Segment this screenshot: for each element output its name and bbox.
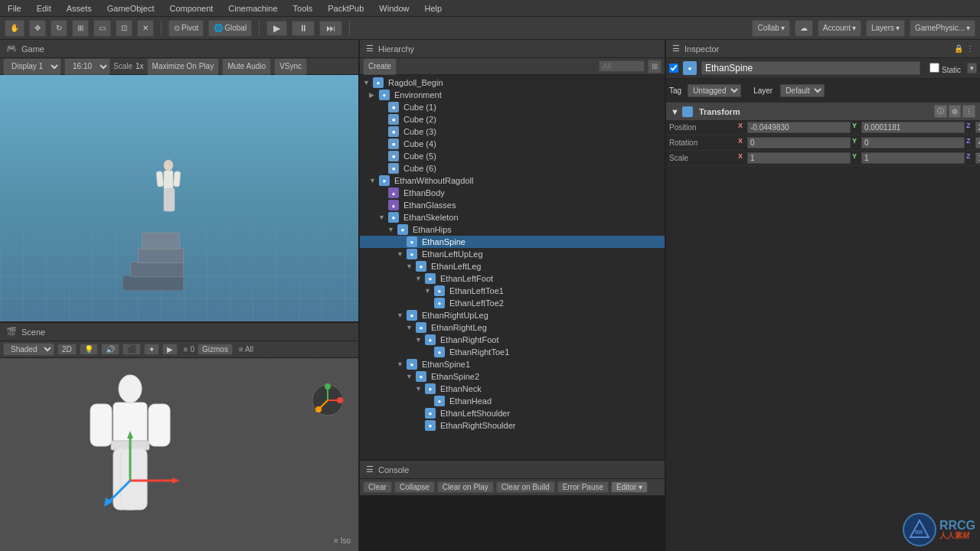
pivot-btn[interactable]: ⊙ Pivot <box>168 20 204 37</box>
menu-cinemachine[interactable]: Cinemachine <box>225 2 280 15</box>
tag-select[interactable]: Untagged <box>688 84 741 97</box>
menu-component[interactable]: Component <box>166 2 216 15</box>
tree-ethanlefttoe1[interactable]: ▼ ● EthanLeftToe1 <box>360 285 665 297</box>
rot-y-input[interactable] <box>861 137 965 148</box>
static-dropdown-btn[interactable]: ▾ <box>967 63 977 73</box>
play-btn[interactable]: ▶ <box>266 21 287 36</box>
collab-btn[interactable]: Collab▾ <box>752 20 789 37</box>
clear-btn[interactable]: Clear <box>363 481 392 493</box>
tree-environment[interactable]: ▶ ● Environment <box>360 89 665 101</box>
console-content[interactable] <box>360 496 665 551</box>
console-tab[interactable]: ☰ Console <box>360 461 665 479</box>
hand-tool-btn[interactable]: ✋ <box>5 20 24 37</box>
inspector-menu-btn[interactable]: ⋮ <box>966 44 974 53</box>
hierarchy-search[interactable] <box>599 60 645 72</box>
cloud-btn[interactable]: ☁ <box>795 20 813 37</box>
tree-ethanlefttoe2[interactable]: ● EthanLeftToe2 <box>360 297 665 309</box>
tree-cube5[interactable]: ■ Cube (5) <box>360 150 665 162</box>
obj-enabled-checkbox[interactable] <box>669 64 678 73</box>
menu-tools[interactable]: Tools <box>290 2 316 15</box>
error-pause-btn[interactable]: Error Pause <box>557 481 609 493</box>
mute-btn[interactable]: Mute Audio <box>222 58 271 75</box>
editor-btn[interactable]: Editor ▾ <box>611 481 648 493</box>
hierarchy-tab[interactable]: ☰ Hierarchy <box>360 40 665 58</box>
tree-cube1[interactable]: ■ Cube (1) <box>360 101 665 113</box>
rotate-tool-btn[interactable]: ↻ <box>51 20 67 37</box>
tree-ethanhips[interactable]: ▼ ● EthanHips <box>360 223 665 236</box>
tree-ethanskeleton[interactable]: ▼ ● EthanSkeleton <box>360 211 665 223</box>
rect-tool-btn[interactable]: ▭ <box>93 20 111 37</box>
2d-btn[interactable]: 2D <box>57 344 77 355</box>
transform-tool-btn[interactable]: ⊡ <box>116 20 132 37</box>
custom-tool-btn[interactable]: ✕ <box>137 20 154 37</box>
clear-play-btn[interactable]: Clear on Play <box>437 481 494 493</box>
tree-ethanglasses[interactable]: ▲ EthanGlasses <box>360 199 665 211</box>
obj-name-input[interactable] <box>701 61 920 75</box>
tree-ethanneck[interactable]: ▼ ● EthanNeck <box>360 383 665 395</box>
tree-ethanrightleg[interactable]: ▼ ● EthanRightLeg <box>360 321 665 334</box>
vsync-btn[interactable]: VSync <box>274 58 307 75</box>
tree-ethanrightfoot[interactable]: ▼ ● EthanRightFoot <box>360 334 665 346</box>
transform-info-btn[interactable]: ⓘ <box>934 105 947 118</box>
account-btn[interactable]: Account▾ <box>818 20 861 37</box>
layout-btn[interactable]: GamePhysic...▾ <box>910 20 975 37</box>
layer-select[interactable]: Default <box>780 84 825 97</box>
tree-cube6[interactable]: ■ Cube (6) <box>360 162 665 174</box>
pos-x-input[interactable] <box>747 122 851 133</box>
scale-x-input[interactable] <box>747 152 851 164</box>
maximize-btn[interactable]: Maximize On Play <box>147 58 220 75</box>
tree-ethanleftleg[interactable]: ▼ ● EthanLeftLeg <box>360 260 665 272</box>
game-tab[interactable]: 🎮 Game <box>0 40 358 58</box>
inspector-tab[interactable]: ☰ Inspector 🔒 ⋮ <box>666 40 980 58</box>
tree-ethanhead[interactable]: ● EthanHead <box>360 395 665 407</box>
tree-cube2[interactable]: ■ Cube (2) <box>360 113 665 126</box>
pos-y-input[interactable] <box>861 122 965 133</box>
tree-ethanrightupleg[interactable]: ▼ ● EthanRightUpLeg <box>360 309 665 321</box>
aspect-select[interactable]: 16:10 <box>64 58 110 75</box>
transform-header[interactable]: ▼ Transform ⓘ ⚙ ⋮ <box>666 103 980 120</box>
pause-btn[interactable]: ⏸ <box>292 21 315 36</box>
menu-window[interactable]: Window <box>376 2 412 15</box>
menu-file[interactable]: File <box>5 2 24 15</box>
scale-z-input[interactable] <box>975 152 980 164</box>
inspector-lock-btn[interactable]: 🔒 <box>954 44 963 53</box>
pos-z-input[interactable] <box>975 122 980 133</box>
menu-edit[interactable]: Edit <box>34 2 54 15</box>
move-tool-btn[interactable]: ✥ <box>29 20 46 37</box>
menu-packpub[interactable]: PacktPub <box>325 2 367 15</box>
skybox-btn[interactable]: ⬛ <box>122 344 141 355</box>
scale-y-input[interactable] <box>861 152 965 164</box>
gizmos-btn[interactable]: Gizmos <box>198 344 233 355</box>
scene-tab[interactable]: 🎬 Scene <box>0 323 358 341</box>
display-select[interactable]: Display 1 <box>3 58 61 75</box>
collapse-btn[interactable]: Collapse <box>394 481 435 493</box>
rot-x-input[interactable] <box>747 137 851 148</box>
tree-ethanspine2[interactable]: ▼ ● EthanSpine2 <box>360 370 665 383</box>
global-btn[interactable]: 🌐 Global <box>208 20 252 37</box>
tree-ethanbody[interactable]: ▲ EthanBody <box>360 187 665 199</box>
tree-cube4[interactable]: ■ Cube (4) <box>360 138 665 150</box>
tree-ethanwithout[interactable]: ▼ ● EthanWithoutRagdoll <box>360 174 665 187</box>
create-btn[interactable]: Create <box>363 58 397 75</box>
hierarchy-filter-btn[interactable]: ⊞ <box>648 60 662 73</box>
tree-ethanleftshoulder[interactable]: ● EthanLeftShoulder <box>360 407 665 419</box>
menu-help[interactable]: Help <box>421 2 445 15</box>
tree-ethanleftupleg[interactable]: ▼ ● EthanLeftUpLeg <box>360 248 665 260</box>
tree-cube3[interactable]: ■ Cube (3) <box>360 126 665 138</box>
lights-btn[interactable]: 💡 <box>80 344 98 355</box>
scale-tool-btn[interactable]: ⊞ <box>72 20 89 37</box>
scene-canvas[interactable]: ≡ Iso <box>0 358 358 551</box>
static-checkbox[interactable] <box>929 63 939 73</box>
clear-build-btn[interactable]: Clear on Build <box>496 481 555 493</box>
fx-btn[interactable]: ✦ <box>144 344 159 355</box>
anim-btn[interactable]: ▶ <box>162 344 178 355</box>
tree-ragdoll-begin[interactable]: ▼ ● Ragdoll_Begin <box>360 77 665 89</box>
tree-ethanrighttoe1[interactable]: ● EthanRightToe1 <box>360 346 665 358</box>
tree-ethanrightshoulder[interactable]: ● EthanRightShoulder <box>360 419 665 432</box>
tree-ethanspine[interactable]: ● EthanSpine <box>360 236 665 248</box>
shaded-select[interactable]: Shaded <box>3 343 54 356</box>
layers-btn[interactable]: Layers▾ <box>866 20 905 37</box>
transform-gear-btn[interactable]: ⚙ <box>949 105 961 118</box>
audio-btn[interactable]: 🔊 <box>101 344 119 355</box>
menu-gameobject[interactable]: GameObject <box>104 2 158 15</box>
